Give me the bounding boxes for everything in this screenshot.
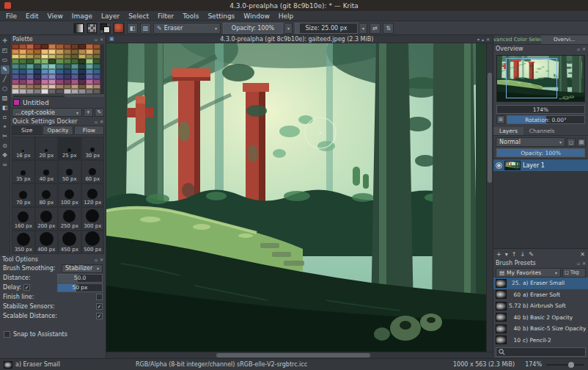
close-docker-icon[interactable]: ✕: [100, 257, 103, 262]
palette-scrollbar[interactable]: [12, 95, 104, 97]
palette-swatch[interactable]: [71, 74, 78, 79]
scalable-distance-checkbox[interactable]: ✓: [96, 313, 103, 319]
tool-icon[interactable]: ╱: [1, 75, 10, 84]
blend-mode-select[interactable]: Normal ▾: [496, 137, 565, 147]
palette-swatch[interactable]: [26, 89, 34, 94]
stabilize-sensors-checkbox[interactable]: ✓: [96, 303, 103, 310]
palette-swatch[interactable]: [86, 84, 93, 90]
palette-swatch[interactable]: [71, 69, 78, 74]
palette-swatch[interactable]: [78, 44, 86, 49]
tool-icon[interactable]: ✛: [1, 37, 10, 46]
palette-swatch[interactable]: [12, 69, 19, 74]
palette-swatch[interactable]: [93, 44, 100, 49]
menu-item[interactable]: File: [1, 12, 21, 20]
distance-slider[interactable]: 50.0: [57, 274, 103, 283]
palette-swatch[interactable]: [41, 89, 48, 94]
brush-size-cell[interactable]: 16 px: [12, 137, 35, 160]
layer-action-button[interactable]: ✎: [529, 251, 534, 258]
layer-action-button[interactable]: ▾: [505, 251, 508, 258]
palette-swatch[interactable]: [71, 54, 78, 59]
brush-size-cell[interactable]: 450 px: [58, 231, 81, 254]
palette-swatch[interactable]: [64, 54, 71, 59]
palette-swatch[interactable]: [86, 59, 93, 64]
palette-swatch[interactable]: [56, 49, 63, 54]
palette-swatch[interactable]: [41, 44, 48, 49]
palette-swatch[interactable]: [56, 89, 63, 94]
palette-swatch[interactable]: [12, 84, 19, 90]
palette-swatch[interactable]: [71, 64, 78, 69]
palette-swatch[interactable]: [64, 69, 71, 74]
palette-swatch[interactable]: [19, 49, 26, 54]
palette-swatch[interactable]: [93, 64, 100, 69]
palette-swatch[interactable]: [48, 79, 56, 84]
palette-swatch[interactable]: [48, 54, 56, 59]
palette-swatch[interactable]: [56, 64, 63, 69]
subwindow-close-icon[interactable]: ✕: [486, 37, 490, 42]
tool-icon[interactable]: ⌖: [1, 123, 10, 131]
palette-swatch[interactable]: [12, 79, 19, 84]
brush-size-cell[interactable]: 350 px: [12, 231, 35, 254]
tab-opacity[interactable]: Opacity: [43, 126, 73, 135]
palette-swatch[interactable]: [93, 84, 100, 90]
palette-swatch[interactable]: [78, 69, 86, 74]
palette-swatch[interactable]: [86, 49, 93, 54]
add-swatch-button[interactable]: +: [84, 108, 93, 117]
palette-swatch[interactable]: [41, 49, 48, 54]
brush-size-cell[interactable]: 400 px: [35, 231, 59, 254]
palette-swatch[interactable]: [71, 79, 78, 84]
palette-swatch[interactable]: [34, 64, 41, 69]
brush-size-cell[interactable]: 300 px: [81, 207, 105, 231]
toolbar-option-button[interactable]: ▥: [140, 23, 151, 34]
palette-swatch[interactable]: [64, 59, 71, 64]
palette-swatch[interactable]: [71, 44, 78, 49]
brush-size-cell[interactable]: 160 px: [12, 207, 35, 231]
palette-swatch[interactable]: [19, 89, 26, 94]
palette-swatch[interactable]: [93, 89, 100, 94]
zoom-slider[interactable]: [546, 361, 584, 369]
palette-swatch[interactable]: [26, 64, 34, 69]
palette-swatch[interactable]: [26, 79, 34, 84]
palette-swatch[interactable]: [34, 84, 41, 90]
layer-filter-button[interactable]: ▤: [577, 138, 586, 147]
palette-swatch[interactable]: [12, 54, 19, 59]
palette-swatch[interactable]: [34, 79, 41, 84]
mirror-horizontal-button[interactable]: ⇄: [370, 23, 381, 34]
palette-swatch[interactable]: [78, 49, 86, 54]
tag-filter-button[interactable]: ◻ Tag: [562, 268, 586, 278]
palette-swatch[interactable]: [34, 54, 41, 59]
palette-swatch[interactable]: [48, 64, 56, 69]
delete-layer-button[interactable]: ✕: [580, 251, 585, 258]
brush-size-cell[interactable]: 70 px: [12, 184, 35, 207]
palette-swatch[interactable]: [41, 69, 48, 74]
alpha-lock-button[interactable]: ◻: [567, 138, 576, 147]
layer-action-button[interactable]: ↓: [520, 251, 525, 258]
palette-swatch[interactable]: [86, 44, 93, 49]
palette-swatch[interactable]: [19, 54, 26, 59]
finish-line-checkbox[interactable]: [96, 294, 103, 300]
close-docker-icon[interactable]: ✕: [100, 37, 103, 42]
brush-preset-row[interactable]: 10 c) Pencil-2: [493, 335, 588, 347]
canvas-vertical-scrollbar[interactable]: [486, 43, 493, 352]
palette-swatch[interactable]: [19, 44, 26, 49]
current-brush-icon[interactable]: [4, 361, 12, 369]
menu-item[interactable]: Help: [274, 12, 298, 20]
palette-swatch[interactable]: [48, 44, 56, 49]
layer-opacity-slider[interactable]: Opacity: 100%: [496, 148, 585, 157]
size-dropdown-button[interactable]: ▾: [360, 23, 367, 34]
tab-overview[interactable]: Overvi...: [541, 35, 588, 44]
size-slider[interactable]: Size: 25.00 px: [295, 23, 358, 34]
tool-icon[interactable]: ○: [1, 84, 10, 93]
snap-to-assistants-checkbox[interactable]: [4, 331, 10, 338]
palette-swatch[interactable]: [86, 79, 93, 84]
close-docker-icon[interactable]: ✕: [582, 261, 586, 266]
close-docker-icon[interactable]: ✕: [582, 46, 586, 51]
brush-size-cell[interactable]: 35 px: [12, 160, 35, 184]
float-docker-icon[interactable]: ▫: [95, 119, 98, 124]
brush-smoothing-select[interactable]: Stabilizer ▾: [62, 264, 103, 273]
palette-swatch[interactable]: [86, 69, 93, 74]
menu-item[interactable]: Layer: [97, 12, 124, 20]
palette-swatch[interactable]: [34, 69, 41, 74]
opacity-slider[interactable]: Opacity: 100%: [223, 23, 283, 34]
painting-canvas[interactable]: [106, 43, 486, 352]
preset-tag-select[interactable]: ▤ My Favorites ▾: [496, 268, 561, 278]
